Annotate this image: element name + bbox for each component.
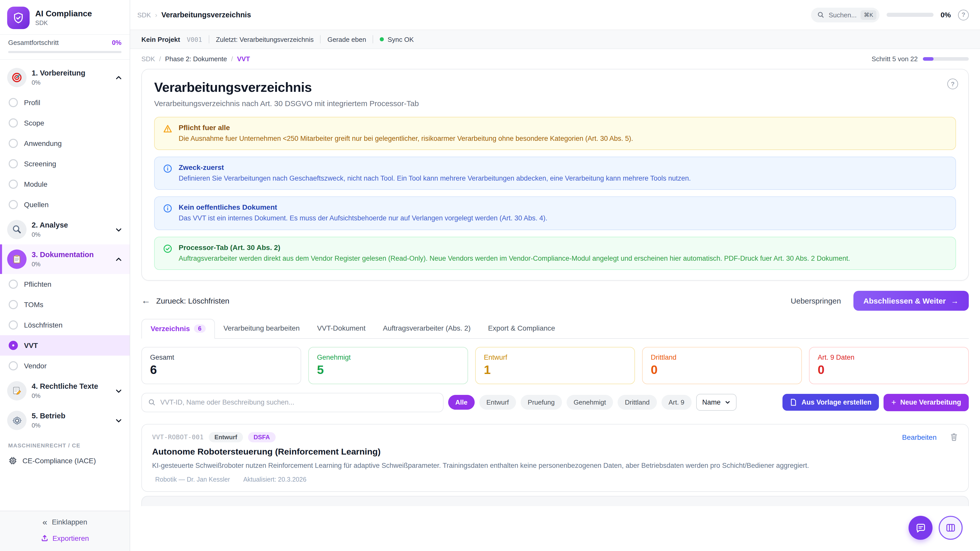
tab-verarbeitung-bearbeiten[interactable]: Verarbeitung bearbeiten — [215, 319, 308, 338]
app-name: AI Compliance — [35, 9, 92, 19]
chevron-up-icon — [115, 74, 123, 81]
gear-icon — [7, 411, 27, 430]
sidebar-item-vendor[interactable]: Vendor — [0, 356, 130, 376]
new-processing-button[interactable]: + Neue Verarbeitung — [884, 394, 969, 411]
sidebar-item-pflichten[interactable]: Pflichten — [0, 274, 130, 294]
radio-icon — [9, 139, 18, 148]
keyboard-shortcut-badge: ⌘K — [861, 10, 877, 20]
filter-pill-alle[interactable]: Alle — [448, 395, 475, 410]
finish-next-button[interactable]: Abschliessen & Weiter → — [853, 291, 969, 311]
filter-pill-entwurf[interactable]: Entwurf — [479, 395, 516, 410]
sidebar-section-rechtliche-texte[interactable]: 4. Rechtliche Texte 0% — [0, 376, 130, 406]
sidebar-section-vorbereitung[interactable]: 1. Vorbereitung 0% — [0, 63, 130, 92]
page-title: Verarbeitungsverzeichnis — [154, 79, 956, 95]
last-saved-time: Gerade eben — [328, 35, 366, 43]
breadcrumb-root[interactable]: SDK — [137, 11, 151, 19]
global-search-placeholder: Suchen... — [829, 11, 857, 19]
section-progress: 0% — [32, 422, 65, 429]
radio-icon — [9, 98, 18, 107]
notice-pflicht: Pflicht fuer alle Die Ausnahme fuer Unte… — [154, 117, 956, 150]
search-input[interactable] — [160, 399, 437, 407]
tab-count-badge: 6 — [194, 324, 205, 333]
breadcrumb-sdk[interactable]: SDK — [142, 55, 155, 63]
global-progress-bar — [886, 13, 934, 17]
radio-icon — [9, 200, 18, 209]
sort-dropdown[interactable]: Name — [696, 394, 737, 411]
help-icon[interactable]: ? — [958, 10, 969, 20]
filter-pill-genehmigt[interactable]: Genehmigt — [566, 395, 613, 410]
sidebar-item-ce-compliance[interactable]: CE-Compliance (IACE) — [0, 451, 130, 470]
sidebar-section-betrieb[interactable]: 5. Betrieb 0% — [0, 406, 130, 435]
overall-progress-bar — [8, 51, 121, 53]
sidebar-item-quellen[interactable]: Quellen — [0, 194, 130, 215]
section-progress: 0% — [32, 260, 94, 268]
check-circle-icon — [163, 244, 172, 263]
stat-entwurf: Entwurf 1 — [475, 347, 635, 384]
sidebar-section-analyse[interactable]: 2. Analyse 0% — [0, 215, 130, 245]
search-icon — [148, 399, 156, 407]
cpu-chip-icon — [8, 456, 18, 465]
sidebar-item-profil[interactable]: Profil — [0, 92, 130, 113]
notice-processor-tab: Processor-Tab (Art. 30 Abs. 2) Auftragsv… — [154, 237, 956, 270]
overall-progress-label: Gesamtfortschritt — [8, 39, 59, 46]
sidebar-item-anwendung[interactable]: Anwendung — [0, 133, 130, 154]
notice-title: Kein oeffentliches Dokument — [179, 203, 547, 211]
trash-icon[interactable] — [950, 433, 958, 441]
skip-button[interactable]: Ueberspringen — [783, 291, 848, 310]
info-circle-icon — [163, 164, 172, 183]
filter-pill-drittland[interactable]: Drittland — [618, 395, 657, 410]
tab-bar: Verzeichnis 6 Verarbeitung bearbeiten VV… — [142, 319, 969, 339]
breadcrumb-phase[interactable]: Phase 2: Dokumente — [165, 55, 227, 63]
chat-button[interactable] — [908, 516, 932, 540]
breadcrumb-current: VVT — [237, 55, 250, 63]
chevron-down-icon — [115, 387, 123, 395]
sidebar: AI Compliance SDK Gesamtfortschritt 0% 1… — [0, 0, 130, 551]
notice-text: Definieren Sie Verarbeitungen nach Gesch… — [179, 174, 691, 183]
notice-title: Zweck-zuerst — [179, 163, 691, 171]
record-title: Autonome Robotersteuerung (Reinforcement… — [152, 447, 958, 457]
wizard-actions: ← Zurueck: Löschfristen Ueberspringen Ab… — [142, 291, 969, 311]
record-owner: Robotik — Dr. Jan Kessler — [155, 476, 230, 483]
sidebar-item-screening[interactable]: Screening — [0, 154, 130, 174]
main-area: SDK › Verarbeitungsverzeichnis Suchen...… — [130, 0, 980, 551]
stat-drittland: Drittland 0 — [642, 347, 802, 384]
panel-toggle-button[interactable] — [939, 516, 963, 540]
notice-text: Die Ausnahme fuer Unternehmen <250 Mitar… — [179, 134, 633, 143]
filter-pill-pruefung[interactable]: Pruefung — [520, 395, 562, 410]
overall-progress: Gesamtfortschritt 0% — [0, 34, 130, 60]
global-progress-value: 0% — [941, 11, 951, 19]
notice-dokument: Kein oeffentliches Dokument Das VVT ist … — [154, 197, 956, 230]
sidebar-item-vvt[interactable]: VVT — [0, 335, 130, 356]
chevron-right-icon: › — [155, 11, 157, 19]
section-progress: 0% — [32, 231, 68, 238]
sidebar-item-loeschfristen[interactable]: Löschfristen — [0, 315, 130, 335]
sidebar-item-scope[interactable]: Scope — [0, 113, 130, 133]
magnifier-icon — [7, 220, 27, 239]
collapse-sidebar-button[interactable]: « Einklappen — [42, 518, 87, 526]
help-icon[interactable]: ? — [947, 79, 958, 89]
last-visited-label: Zuletzt: Verarbeitungsverzeichnis — [216, 35, 313, 43]
app-subtitle: SDK — [35, 19, 92, 27]
notice-list: Pflicht fuer alle Die Ausnahme fuer Unte… — [154, 117, 956, 270]
create-from-template-button[interactable]: Aus Vorlage erstellen — [783, 394, 879, 411]
sidebar-item-module[interactable]: Module — [0, 174, 130, 194]
overall-progress-value: 0% — [112, 39, 121, 46]
tab-vvt-dokument[interactable]: VVT-Dokument — [308, 319, 374, 338]
tab-auftragsverarbeiter[interactable]: Auftragsverarbeiter (Abs. 2) — [374, 319, 479, 338]
divider — [209, 35, 209, 43]
radio-icon — [9, 361, 18, 370]
export-button[interactable]: Exportieren — [41, 534, 89, 542]
project-status: Kein Projekt — [142, 35, 180, 43]
sidebar-item-toms[interactable]: TOMs — [0, 294, 130, 315]
tab-verzeichnis[interactable]: Verzeichnis 6 — [142, 319, 215, 339]
section-label: 3. Dokumentation — [32, 251, 94, 260]
global-search-button[interactable]: Suchen... ⌘K — [811, 7, 880, 22]
filter-pill-art9[interactable]: Art. 9 — [661, 395, 691, 410]
page-breadcrumb: SDK / Phase 2: Dokumente / VVT Schritt 5… — [142, 55, 969, 63]
edit-record-link[interactable]: Bearbeiten — [902, 433, 937, 441]
record-meta: Robotik — Dr. Jan Kessler Aktualisiert: … — [152, 476, 958, 483]
tab-export-compliance[interactable]: Export & Compliance — [479, 319, 564, 338]
sidebar-section-dokumentation[interactable]: 3. Dokumentation 0% — [0, 245, 130, 274]
record-id: VVT-ROBOT-001 — [152, 433, 204, 441]
back-button[interactable]: ← Zurueck: Löschfristen — [142, 295, 229, 306]
